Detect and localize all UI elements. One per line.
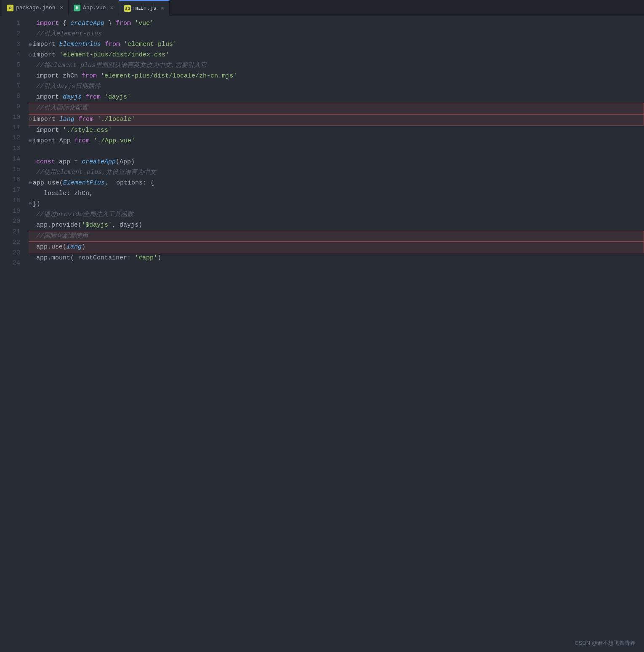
token: ) — [82, 242, 85, 253]
token: from — [85, 92, 101, 103]
line-number: 13 — [0, 144, 20, 154]
code-line: app.use(lang) — [29, 242, 644, 253]
line-number: 14 — [0, 154, 20, 165]
token: ⊖ — [29, 200, 32, 208]
line-number: 12 — [0, 133, 20, 144]
token: //将element-plus里面默认语言英文改为中文,需要引入它 — [36, 61, 207, 71]
token: //使用element-plus,并设置语言为中文 — [36, 168, 156, 178]
code-line: ⊖app.use(ElementPlus, options: { — [29, 178, 644, 189]
token — [29, 19, 36, 29]
token: zhCn — [63, 71, 82, 82]
tab-close-package-json[interactable]: × — [60, 5, 63, 11]
token — [29, 126, 36, 136]
token: app.provide( — [36, 220, 82, 231]
token: app.use( — [36, 242, 67, 253]
token: , — [105, 178, 116, 189]
token: import — [36, 126, 63, 136]
line-number: 2 — [0, 29, 20, 40]
code-line: //通过provide全局注入工具函数 — [29, 210, 644, 220]
tab-label-app-vue: App.vue — [83, 5, 106, 11]
token: 'element-plus/dist/locale/zh-cn.mjs' — [101, 71, 237, 82]
code-line — [29, 264, 644, 274]
token — [29, 92, 36, 103]
token — [29, 168, 36, 178]
tab-app-vue[interactable]: H App.vue × — [69, 0, 119, 16]
token: from — [78, 115, 93, 125]
token — [29, 189, 44, 199]
token: 'vue' — [135, 19, 154, 29]
token: import — [33, 136, 59, 147]
token: //引入国际化配置 — [36, 103, 88, 114]
token: : — [67, 189, 74, 199]
line-number: 19 — [0, 206, 20, 217]
line-number: 3 — [0, 40, 20, 50]
token: app.use( — [33, 178, 63, 189]
token — [29, 220, 36, 231]
token: rootContainer: — [78, 253, 135, 264]
tab-icon-vue: H — [74, 5, 80, 11]
line-number: 20 — [0, 216, 20, 227]
token: 'element-plus/dist/index.css' — [59, 50, 169, 61]
token: options: — [116, 178, 150, 189]
token: './style.css' — [63, 126, 112, 136]
tab-close-app-vue[interactable]: × — [110, 5, 114, 11]
token: './App.vue' — [93, 136, 135, 147]
token: app = — [59, 157, 82, 168]
token: lang — [59, 115, 75, 125]
token: ElementPlus — [59, 40, 101, 50]
token — [29, 210, 36, 220]
tab-label-main-js: main.js — [133, 5, 157, 11]
line-number: 1 — [0, 19, 20, 29]
token — [29, 242, 36, 253]
line-numbers: 123456789101112131415161718192021222324 — [0, 16, 25, 652]
token — [29, 231, 36, 242]
code-line: //将element-plus里面默认语言英文改为中文,需要引入它 — [29, 61, 644, 71]
code-line: //引入dayjs日期插件 — [29, 82, 644, 92]
token: '$dayjs' — [82, 220, 112, 231]
line-number: 5 — [0, 60, 20, 71]
code-line: ⊖}) — [29, 199, 644, 210]
tab-main-js[interactable]: JS main.js × — [119, 0, 170, 16]
line-number: 16 — [0, 175, 20, 185]
token: dayjs — [63, 92, 82, 103]
token: ⊖ — [29, 115, 32, 124]
token: 'dayjs' — [104, 92, 131, 103]
token: app.mount( — [36, 253, 78, 264]
token: , — [89, 189, 93, 199]
token — [29, 157, 36, 168]
code-line: const app = createApp(App) — [29, 157, 644, 168]
token: ) — [157, 253, 161, 264]
token: from — [75, 136, 90, 147]
token: createApp — [70, 19, 104, 29]
code-line: locale: zhCn, — [29, 189, 644, 199]
code-line: //使用element-plus,并设置语言为中文 — [29, 168, 644, 178]
token: zhCn — [74, 189, 89, 199]
token — [29, 103, 36, 114]
line-number: 8 — [0, 91, 20, 102]
code-line: ⊖import ElementPlus from 'element-plus' — [29, 40, 644, 50]
tab-close-main-js[interactable]: × — [161, 5, 164, 12]
code-line: import zhCn from 'element-plus/dist/loca… — [29, 71, 644, 82]
code-line: //引入element-plus — [29, 29, 644, 40]
code-line: //国际化配置使用 — [29, 231, 644, 242]
token — [29, 82, 36, 92]
token: import — [36, 71, 63, 82]
line-number: 17 — [0, 185, 20, 196]
token: const — [36, 157, 59, 168]
code-line: app.provide('$dayjs', dayjs) — [29, 220, 644, 231]
token: locale — [44, 189, 67, 199]
token: ⊖ — [29, 40, 32, 49]
token: import — [33, 115, 59, 125]
token: from — [105, 40, 120, 50]
editor-area: 123456789101112131415161718192021222324 … — [0, 16, 644, 652]
line-number: 15 — [0, 165, 20, 175]
tab-package-json[interactable]: ⚙ package.json × — [2, 0, 69, 16]
tab-label-package-json: package.json — [16, 5, 56, 11]
code-line: import dayjs from 'dayjs' — [29, 92, 644, 103]
token: './locale' — [97, 115, 135, 125]
token — [82, 92, 85, 103]
code-area[interactable]: import { createApp } from 'vue' //引入elem… — [25, 16, 644, 652]
token: lang — [67, 242, 82, 253]
line-number: 4 — [0, 50, 20, 60]
token — [29, 61, 36, 71]
